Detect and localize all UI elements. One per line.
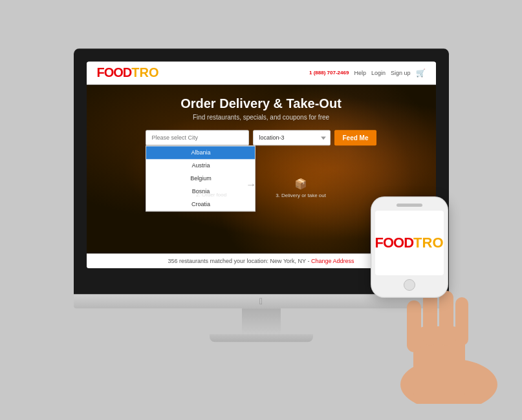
phone-number: 1 (888) 707-2469 [309,70,349,76]
arrow-icon: → [246,179,256,191]
city-select-wrap: Albania Austria Belgium Bosnia Croatia C… [146,130,249,145]
hero-content: Order Delivery & Take-Out Find restauran… [87,85,436,152]
delivery-icon: 📦 [294,178,307,190]
svg-rect-4 [439,291,453,346]
svg-rect-5 [455,297,468,346]
nav-signup[interactable]: Sign up [391,70,411,76]
logo-tro: TRO [131,65,158,80]
step-order: 🍽 2. Order food [196,178,226,198]
iphone: FOODTRO [371,197,448,297]
location-select[interactable]: location-3 [253,130,331,145]
nav-login[interactable]: Login [371,70,386,76]
hero-subtitle: Find restaurants, specials, and coupons … [100,114,423,121]
imac-stand-base [210,334,313,342]
iphone-screen: FOODTRO [375,211,444,275]
iphone-speaker [397,204,422,207]
iphone-logo: FOODTRO [375,235,444,251]
hand-iphone-group: FOODTRO [349,191,497,404]
apple-logo-icon:  [259,296,263,306]
iphone-home-button [404,279,415,291]
site-nav: 1 (888) 707-2469 Help Login Sign up 🛒 [309,68,425,78]
order-icon: 🍽 [206,178,217,189]
nav-help[interactable]: Help [354,70,366,76]
cart-icon[interactable]: 🛒 [416,68,426,78]
site-header: FOODTRO 1 (888) 707-2469 Help Login Sign… [87,61,436,85]
iphone-logo-tro: TRO [413,235,443,251]
scene: FOODTRO 1 (888) 707-2469 Help Login Sign… [9,10,514,410]
site-logo: FOODTRO [97,65,159,80]
bottom-bar-text: 356 restaurants matched your location: N… [168,258,311,264]
iphone-frame: FOODTRO [371,197,448,297]
search-row: Albania Austria Belgium Bosnia Croatia C… [100,130,423,145]
step-delivery-label: 3. Delivery or take out [276,193,326,198]
city-input[interactable] [146,130,249,145]
svg-rect-2 [407,300,421,352]
iphone-logo-food: FOOD [375,235,414,251]
feed-me-button[interactable]: Feed Me [334,130,376,145]
hero-title: Order Delivery & Take-Out [100,96,423,111]
imac-stand-neck [242,308,281,334]
dropdown-item-albania[interactable]: Albania [146,146,255,159]
step-delivery: 📦 3. Delivery or take out [276,178,326,198]
step-order-label: 2. Order food [196,192,226,198]
logo-food: FOOD [97,65,132,80]
